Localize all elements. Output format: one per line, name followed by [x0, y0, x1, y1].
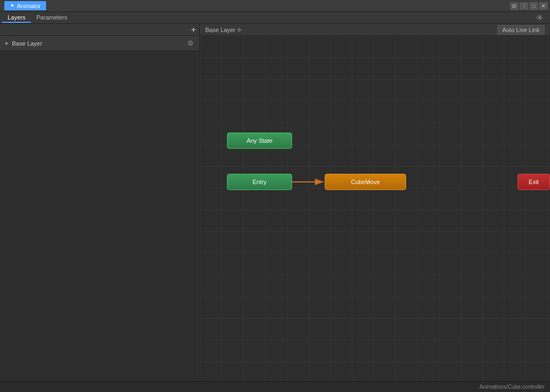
base-layer-row[interactable]: Base Layer ⚙ — [0, 36, 199, 51]
breadcrumb: Base Layer ▶ — [205, 26, 242, 33]
left-panel-content — [0, 51, 199, 381]
animator-icon: ✦ — [10, 2, 15, 9]
add-layer-button[interactable]: + — [191, 26, 196, 34]
base-layer-name: Base Layer — [5, 40, 42, 47]
canvas-header: Base Layer ▶ Auto Live Link — [200, 24, 550, 36]
cubemove-node[interactable]: CubeMove — [325, 174, 406, 190]
tab-bar: Layers Parameters 👁 — [0, 12, 550, 24]
layer-toolbar: + — [0, 24, 199, 36]
arrow-svg — [200, 36, 550, 381]
right-canvas: Base Layer ▶ Auto Live Link Any State — [200, 24, 550, 381]
main-layout: + Base Layer ⚙ Base Layer ▶ Auto Live Li… — [0, 24, 550, 381]
visibility-icon[interactable]: 👁 — [532, 14, 548, 22]
animator-tab[interactable]: ✦ Animator — [4, 1, 46, 10]
any-state-node[interactable]: Any State — [227, 132, 292, 149]
exit-node[interactable]: Exit — [517, 174, 550, 190]
status-path: Animations/Cube.controller — [479, 384, 545, 390]
save-layout-button[interactable]: ⊟ — [510, 2, 519, 10]
entry-node[interactable]: Entry — [227, 174, 292, 190]
auto-live-link-button[interactable]: Auto Live Link — [497, 25, 545, 35]
entry-label: Entry — [252, 179, 267, 185]
animator-tab-label: Animator — [17, 3, 41, 9]
any-state-label: Any State — [246, 137, 273, 144]
close-button[interactable]: ✕ — [539, 2, 548, 10]
status-bar: Animations/Cube.controller — [0, 381, 550, 392]
breadcrumb-root: Base Layer — [205, 27, 236, 33]
title-bar: ✦ Animator ⊟ ⋮ □ ✕ — [0, 0, 550, 12]
gear-icon[interactable]: ⚙ — [187, 39, 194, 47]
options-button[interactable]: ⋮ — [520, 2, 528, 10]
tab-layers[interactable]: Layers — [2, 13, 31, 23]
canvas-area[interactable]: Any State Entry CubeMove Exit — [200, 36, 550, 381]
breadcrumb-separator: ▶ — [238, 26, 242, 33]
exit-label: Exit — [529, 179, 539, 185]
tab-parameters[interactable]: Parameters — [31, 13, 73, 23]
cubemove-label: CubeMove — [351, 179, 380, 185]
left-panel: + Base Layer ⚙ — [0, 24, 200, 381]
window-controls: ⊟ ⋮ □ ✕ — [510, 2, 548, 10]
maximize-button[interactable]: □ — [529, 2, 538, 10]
